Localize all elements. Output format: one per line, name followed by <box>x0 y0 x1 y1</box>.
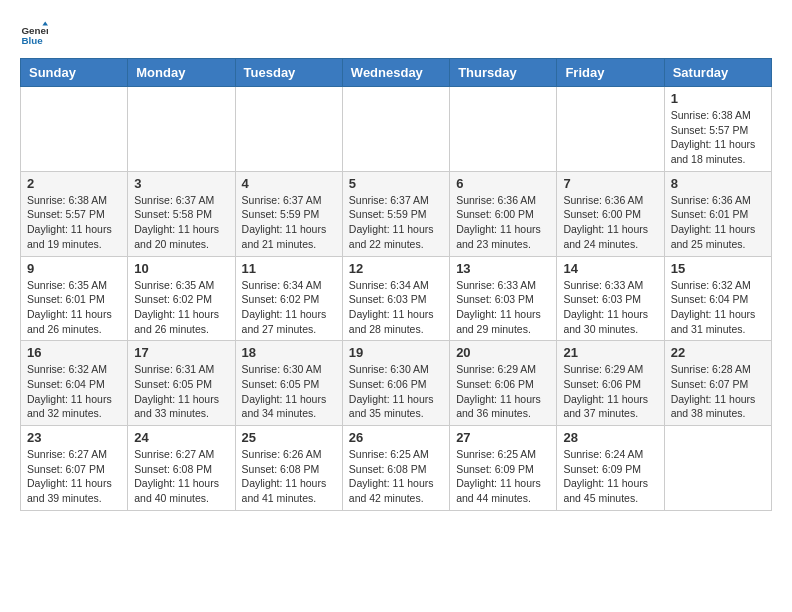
weekday-header-friday: Friday <box>557 59 664 87</box>
day-number: 22 <box>671 345 765 360</box>
calendar-cell: 1Sunrise: 6:38 AM Sunset: 5:57 PM Daylig… <box>664 87 771 172</box>
day-info: Sunrise: 6:32 AM Sunset: 6:04 PM Dayligh… <box>671 278 765 337</box>
calendar-cell <box>557 87 664 172</box>
calendar-cell: 5Sunrise: 6:37 AM Sunset: 5:59 PM Daylig… <box>342 171 449 256</box>
day-info: Sunrise: 6:26 AM Sunset: 6:08 PM Dayligh… <box>242 447 336 506</box>
day-info: Sunrise: 6:37 AM Sunset: 5:58 PM Dayligh… <box>134 193 228 252</box>
calendar-cell: 16Sunrise: 6:32 AM Sunset: 6:04 PM Dayli… <box>21 341 128 426</box>
calendar-week-5: 23Sunrise: 6:27 AM Sunset: 6:07 PM Dayli… <box>21 426 772 511</box>
calendar-cell: 11Sunrise: 6:34 AM Sunset: 6:02 PM Dayli… <box>235 256 342 341</box>
weekday-header-monday: Monday <box>128 59 235 87</box>
calendar-cell: 20Sunrise: 6:29 AM Sunset: 6:06 PM Dayli… <box>450 341 557 426</box>
calendar-cell: 14Sunrise: 6:33 AM Sunset: 6:03 PM Dayli… <box>557 256 664 341</box>
day-number: 24 <box>134 430 228 445</box>
day-number: 14 <box>563 261 657 276</box>
day-info: Sunrise: 6:29 AM Sunset: 6:06 PM Dayligh… <box>456 362 550 421</box>
header: General Blue <box>20 20 772 48</box>
calendar-cell: 28Sunrise: 6:24 AM Sunset: 6:09 PM Dayli… <box>557 426 664 511</box>
weekday-header-wednesday: Wednesday <box>342 59 449 87</box>
calendar-cell: 23Sunrise: 6:27 AM Sunset: 6:07 PM Dayli… <box>21 426 128 511</box>
day-info: Sunrise: 6:33 AM Sunset: 6:03 PM Dayligh… <box>563 278 657 337</box>
day-number: 5 <box>349 176 443 191</box>
day-info: Sunrise: 6:25 AM Sunset: 6:08 PM Dayligh… <box>349 447 443 506</box>
day-info: Sunrise: 6:37 AM Sunset: 5:59 PM Dayligh… <box>349 193 443 252</box>
weekday-header-thursday: Thursday <box>450 59 557 87</box>
calendar-cell: 26Sunrise: 6:25 AM Sunset: 6:08 PM Dayli… <box>342 426 449 511</box>
day-number: 2 <box>27 176 121 191</box>
day-number: 11 <box>242 261 336 276</box>
day-info: Sunrise: 6:36 AM Sunset: 6:00 PM Dayligh… <box>563 193 657 252</box>
calendar-cell <box>128 87 235 172</box>
day-info: Sunrise: 6:38 AM Sunset: 5:57 PM Dayligh… <box>27 193 121 252</box>
logo-icon: General Blue <box>20 20 48 48</box>
day-number: 1 <box>671 91 765 106</box>
day-number: 19 <box>349 345 443 360</box>
day-info: Sunrise: 6:36 AM Sunset: 6:00 PM Dayligh… <box>456 193 550 252</box>
day-info: Sunrise: 6:28 AM Sunset: 6:07 PM Dayligh… <box>671 362 765 421</box>
weekday-header-sunday: Sunday <box>21 59 128 87</box>
calendar-week-1: 1Sunrise: 6:38 AM Sunset: 5:57 PM Daylig… <box>21 87 772 172</box>
day-number: 12 <box>349 261 443 276</box>
weekday-header-tuesday: Tuesday <box>235 59 342 87</box>
day-info: Sunrise: 6:25 AM Sunset: 6:09 PM Dayligh… <box>456 447 550 506</box>
day-number: 21 <box>563 345 657 360</box>
calendar: SundayMondayTuesdayWednesdayThursdayFrid… <box>20 58 772 511</box>
calendar-cell: 7Sunrise: 6:36 AM Sunset: 6:00 PM Daylig… <box>557 171 664 256</box>
calendar-cell: 4Sunrise: 6:37 AM Sunset: 5:59 PM Daylig… <box>235 171 342 256</box>
calendar-cell: 17Sunrise: 6:31 AM Sunset: 6:05 PM Dayli… <box>128 341 235 426</box>
calendar-cell: 22Sunrise: 6:28 AM Sunset: 6:07 PM Dayli… <box>664 341 771 426</box>
calendar-cell: 3Sunrise: 6:37 AM Sunset: 5:58 PM Daylig… <box>128 171 235 256</box>
day-number: 25 <box>242 430 336 445</box>
calendar-cell: 8Sunrise: 6:36 AM Sunset: 6:01 PM Daylig… <box>664 171 771 256</box>
day-number: 8 <box>671 176 765 191</box>
day-info: Sunrise: 6:27 AM Sunset: 6:07 PM Dayligh… <box>27 447 121 506</box>
day-number: 20 <box>456 345 550 360</box>
day-number: 26 <box>349 430 443 445</box>
day-info: Sunrise: 6:37 AM Sunset: 5:59 PM Dayligh… <box>242 193 336 252</box>
calendar-cell: 6Sunrise: 6:36 AM Sunset: 6:00 PM Daylig… <box>450 171 557 256</box>
day-info: Sunrise: 6:24 AM Sunset: 6:09 PM Dayligh… <box>563 447 657 506</box>
day-info: Sunrise: 6:35 AM Sunset: 6:01 PM Dayligh… <box>27 278 121 337</box>
calendar-cell: 24Sunrise: 6:27 AM Sunset: 6:08 PM Dayli… <box>128 426 235 511</box>
day-info: Sunrise: 6:31 AM Sunset: 6:05 PM Dayligh… <box>134 362 228 421</box>
day-number: 6 <box>456 176 550 191</box>
weekday-header-saturday: Saturday <box>664 59 771 87</box>
day-info: Sunrise: 6:35 AM Sunset: 6:02 PM Dayligh… <box>134 278 228 337</box>
logo: General Blue <box>20 20 52 48</box>
day-info: Sunrise: 6:34 AM Sunset: 6:02 PM Dayligh… <box>242 278 336 337</box>
calendar-cell <box>21 87 128 172</box>
day-number: 23 <box>27 430 121 445</box>
day-number: 17 <box>134 345 228 360</box>
day-number: 9 <box>27 261 121 276</box>
day-info: Sunrise: 6:34 AM Sunset: 6:03 PM Dayligh… <box>349 278 443 337</box>
day-info: Sunrise: 6:36 AM Sunset: 6:01 PM Dayligh… <box>671 193 765 252</box>
day-info: Sunrise: 6:27 AM Sunset: 6:08 PM Dayligh… <box>134 447 228 506</box>
calendar-cell: 9Sunrise: 6:35 AM Sunset: 6:01 PM Daylig… <box>21 256 128 341</box>
day-info: Sunrise: 6:38 AM Sunset: 5:57 PM Dayligh… <box>671 108 765 167</box>
calendar-cell: 19Sunrise: 6:30 AM Sunset: 6:06 PM Dayli… <box>342 341 449 426</box>
calendar-cell: 13Sunrise: 6:33 AM Sunset: 6:03 PM Dayli… <box>450 256 557 341</box>
calendar-cell: 18Sunrise: 6:30 AM Sunset: 6:05 PM Dayli… <box>235 341 342 426</box>
day-number: 3 <box>134 176 228 191</box>
day-number: 4 <box>242 176 336 191</box>
day-number: 15 <box>671 261 765 276</box>
day-number: 7 <box>563 176 657 191</box>
calendar-cell: 27Sunrise: 6:25 AM Sunset: 6:09 PM Dayli… <box>450 426 557 511</box>
day-number: 28 <box>563 430 657 445</box>
day-number: 10 <box>134 261 228 276</box>
day-number: 27 <box>456 430 550 445</box>
calendar-week-4: 16Sunrise: 6:32 AM Sunset: 6:04 PM Dayli… <box>21 341 772 426</box>
day-info: Sunrise: 6:29 AM Sunset: 6:06 PM Dayligh… <box>563 362 657 421</box>
calendar-cell <box>235 87 342 172</box>
day-info: Sunrise: 6:33 AM Sunset: 6:03 PM Dayligh… <box>456 278 550 337</box>
calendar-cell: 10Sunrise: 6:35 AM Sunset: 6:02 PM Dayli… <box>128 256 235 341</box>
day-number: 13 <box>456 261 550 276</box>
day-number: 16 <box>27 345 121 360</box>
svg-marker-2 <box>42 21 48 25</box>
calendar-cell: 15Sunrise: 6:32 AM Sunset: 6:04 PM Dayli… <box>664 256 771 341</box>
calendar-cell <box>450 87 557 172</box>
day-info: Sunrise: 6:32 AM Sunset: 6:04 PM Dayligh… <box>27 362 121 421</box>
calendar-cell: 21Sunrise: 6:29 AM Sunset: 6:06 PM Dayli… <box>557 341 664 426</box>
day-number: 18 <box>242 345 336 360</box>
calendar-cell: 25Sunrise: 6:26 AM Sunset: 6:08 PM Dayli… <box>235 426 342 511</box>
